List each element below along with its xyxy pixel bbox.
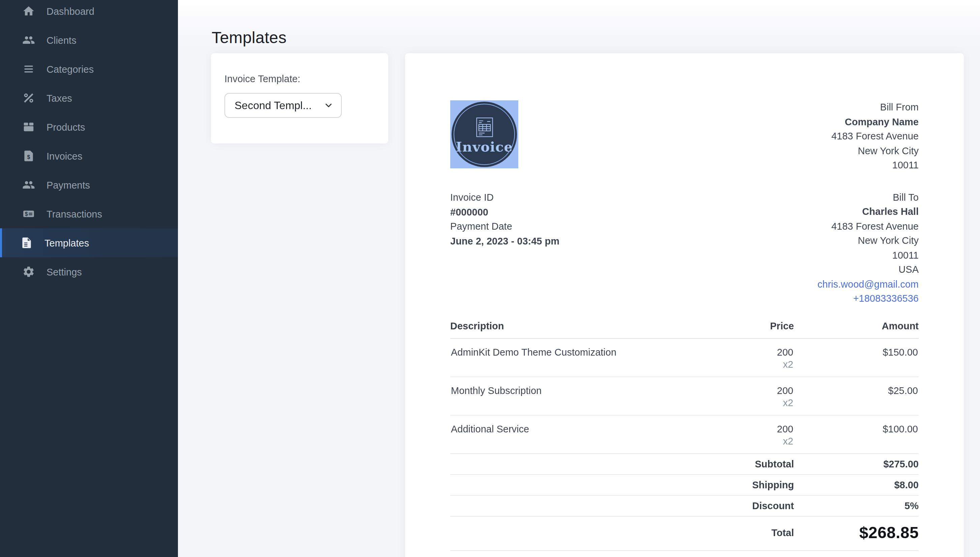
payment-date-value: June 2, 2023 - 03:45 pm — [450, 234, 559, 249]
bill-to-address-line: New York City — [818, 234, 919, 248]
table-row: AdminKit Demo Theme Customization 200 x2… — [450, 338, 919, 376]
subtotal-row: Subtotal $275.00 — [450, 453, 919, 474]
table-header-row: Description Price Amount — [450, 320, 919, 338]
bill-to-name: Charles Hall — [818, 205, 919, 219]
bill-from-address-line: 10011 — [818, 158, 919, 173]
sidebar-item-transactions[interactable]: $ Transactions — [0, 199, 178, 228]
item-qty: x2 — [680, 435, 793, 446]
item-amount: $100.00 — [794, 415, 919, 453]
template-select[interactable]: Second Templ... — [224, 93, 342, 118]
item-qty: x2 — [680, 359, 793, 370]
discount-row: Discount 5% — [450, 495, 919, 516]
sidebar-item-payments[interactable]: Payments — [0, 170, 178, 199]
sidebar-item-label: Dashboard — [46, 6, 94, 16]
sidebar-item-label: Invoices — [46, 150, 82, 161]
sidebar-item-invoices[interactable]: $ Invoices — [0, 142, 178, 170]
invoice-id-label: Invoice ID — [450, 191, 559, 205]
sidebar-item-products[interactable]: Products — [0, 112, 178, 142]
shipping-value: $8.00 — [794, 474, 919, 495]
users-icon — [22, 179, 35, 191]
bill-from-address-line: New York City — [818, 144, 919, 158]
shipping-row: Shipping $8.00 — [450, 474, 919, 495]
invoice-logo: Invoice — [450, 100, 518, 168]
sidebar-item-clients[interactable]: Clients — [0, 26, 178, 55]
item-qty: x2 — [680, 397, 793, 408]
total-label: Total — [679, 516, 794, 550]
table-row: Additional Service 200 x2 $100.00 — [450, 415, 919, 453]
invoice-template-label: Invoice Template: — [224, 73, 375, 84]
total-value: $268.85 — [859, 523, 919, 541]
chevron-down-icon — [320, 100, 334, 111]
sidebar-item-label: Transactions — [46, 208, 102, 219]
invoice-logo-text: Invoice — [456, 138, 513, 155]
sidebar: Dashboard Clients Categories Taxes — [0, 0, 178, 557]
template-select-value: Second Templ... — [235, 99, 312, 111]
sidebar-nav: Dashboard Clients Categories Taxes — [0, 0, 178, 286]
bill-to-block: Bill To Charles Hall 4183 Forest Avenue … — [818, 190, 919, 306]
table-row: Monthly Subscription 200 x2 $25.00 — [450, 376, 919, 415]
list-icon — [22, 63, 35, 75]
svg-text:$: $ — [27, 154, 30, 160]
invoice-preview-card: Invoice Invoice ID #000000 Payment Date … — [405, 53, 964, 557]
bill-to-phone-link[interactable]: +18083336536 — [853, 293, 919, 304]
item-price: 200 x2 — [679, 415, 794, 453]
template-picker-card: Invoice Template: Second Templ... — [211, 53, 388, 143]
receipt-icon — [475, 117, 493, 137]
item-price: 200 x2 — [679, 338, 794, 376]
column-header-amount: Amount — [794, 320, 919, 338]
invoice-id-value: #000000 — [450, 205, 559, 220]
svg-text:$: $ — [25, 211, 28, 217]
item-price: 200 x2 — [679, 376, 794, 415]
bill-to-address-line: USA — [818, 263, 919, 277]
invoice-logo-circle: Invoice — [452, 102, 517, 167]
home-icon — [22, 5, 35, 18]
percent-icon — [22, 91, 35, 104]
column-header-price: Price — [679, 320, 794, 338]
main-content: Templates Invoice Template: Second Templ… — [178, 0, 980, 557]
item-amount: $150.00 — [794, 338, 919, 376]
invoice-meta: Invoice ID #000000 Payment Date June 2, … — [450, 191, 559, 249]
bill-to-label: Bill To — [818, 190, 919, 205]
item-amount: $25.00 — [794, 376, 919, 415]
sidebar-item-label: Payments — [46, 179, 90, 190]
subtotal-label: Subtotal — [679, 453, 794, 474]
page-title: Templates — [212, 28, 964, 47]
item-description: AdminKit Demo Theme Customization — [450, 338, 679, 376]
subtotal-value: $275.00 — [794, 453, 919, 474]
total-row: Total $268.85 — [450, 516, 919, 550]
invoice-icon: $ — [22, 150, 35, 162]
bill-to-email-link[interactable]: chris.wood@gmail.com — [818, 278, 919, 289]
sidebar-item-label: Clients — [46, 35, 77, 46]
bill-to-address-line: 10011 — [818, 248, 919, 263]
file-icon — [20, 236, 33, 249]
discount-label: Discount — [679, 495, 794, 516]
discount-value: 5% — [794, 495, 919, 516]
sidebar-item-label: Templates — [44, 238, 89, 248]
shipping-label: Shipping — [679, 474, 794, 495]
gear-icon — [22, 265, 35, 278]
box-icon — [22, 121, 35, 134]
sidebar-item-templates[interactable]: Templates — [0, 228, 178, 257]
users-icon — [22, 34, 35, 46]
bill-from-block: Bill From Company Name 4183 Forest Avenu… — [818, 100, 919, 173]
content-row: Invoice Template: Second Templ... — [211, 53, 964, 557]
bill-from-name: Company Name — [818, 115, 919, 129]
item-description: Monthly Subscription — [450, 376, 679, 415]
bill-from-label: Bill From — [818, 100, 919, 115]
column-header-description: Description — [450, 320, 679, 338]
sidebar-item-label: Taxes — [46, 93, 72, 103]
sidebar-item-settings[interactable]: Settings — [0, 257, 178, 286]
sidebar-item-dashboard[interactable]: Dashboard — [0, 0, 178, 26]
bill-to-address-line: 4183 Forest Avenue — [818, 219, 919, 234]
app-root: Dashboard Clients Categories Taxes — [0, 0, 980, 557]
invoice-items-table: Description Price Amount AdminKit Demo T… — [450, 320, 919, 550]
payment-date-label: Payment Date — [450, 220, 559, 234]
sidebar-item-taxes[interactable]: Taxes — [0, 83, 178, 112]
bill-from-address-line: 4183 Forest Avenue — [818, 129, 919, 144]
sidebar-item-categories[interactable]: Categories — [0, 55, 178, 83]
sidebar-item-label: Categories — [46, 64, 94, 75]
transactions-icon: $ — [22, 207, 35, 220]
sidebar-item-label: Settings — [46, 266, 82, 277]
item-description: Additional Service — [450, 415, 679, 453]
sidebar-item-label: Products — [46, 122, 85, 132]
